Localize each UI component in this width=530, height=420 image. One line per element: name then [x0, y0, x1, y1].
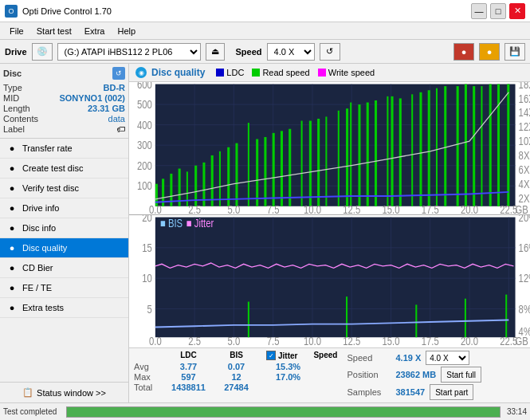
stats-table: LDC BIS ✓ Jitter Speed Avg 3.77	[134, 351, 337, 392]
menu-file[interactable]: File	[3, 25, 30, 37]
svg-rect-49	[444, 86, 446, 206]
svg-text:5.0: 5.0	[228, 202, 241, 214]
sidebar-item-label-verify-test-disc: Verify test disc	[22, 183, 79, 193]
position-row: Position 23862 MB Start full	[347, 367, 481, 383]
start-part-button[interactable]: Start part	[430, 384, 473, 400]
position-label: Position	[347, 370, 391, 379]
sidebar-item-disc-quality[interactable]: ●Disc quality	[0, 238, 128, 258]
sidebar-item-label-fe-te: FE / TE	[22, 283, 52, 292]
svg-rect-22	[211, 155, 214, 206]
svg-text:5.0: 5.0	[228, 335, 241, 347]
status-window-label: Status window >>	[37, 388, 106, 398]
svg-text:0.0: 0.0	[149, 335, 162, 347]
sidebar-item-create-test-disc[interactable]: ●Create test disc	[0, 159, 128, 179]
svg-rect-54	[489, 84, 492, 206]
content-area: ◉ Disc quality LDC Read speed Write spee…	[129, 64, 530, 402]
drive-select[interactable]: (G:) ATAPI iHBS112 2 PL06	[57, 43, 201, 61]
legend-ldc-label: LDC	[226, 68, 244, 77]
svg-text:GB: GB	[516, 335, 528, 347]
svg-rect-27	[256, 139, 258, 206]
create-test-disc-icon: ●	[6, 163, 18, 174]
menu-start-test[interactable]: Start test	[30, 25, 78, 37]
svg-text:6X: 6X	[519, 163, 530, 177]
sidebar-item-drive-info[interactable]: ●Drive info	[0, 198, 128, 218]
total-bis: 27484	[214, 383, 258, 392]
total-row: Total 1438811 27484	[134, 383, 337, 392]
disc-label-row: Label 🏷	[3, 124, 125, 134]
svg-rect-26	[248, 123, 249, 206]
legend-write-label: Write speed	[328, 68, 375, 77]
svg-text:12X: 12X	[519, 120, 530, 134]
cd-bier-icon: ●	[6, 262, 18, 273]
sidebar-item-fe-te[interactable]: ●FE / TE	[0, 278, 128, 298]
svg-rect-37	[346, 108, 348, 206]
menu-help[interactable]: Help	[111, 25, 142, 37]
sidebar-item-extra-tests[interactable]: ●Extra tests	[0, 298, 128, 318]
nav-items-container: ●Transfer rate●Create test disc●Verify t…	[0, 139, 128, 318]
start-full-button[interactable]: Start full	[441, 367, 481, 383]
svg-rect-30	[281, 131, 283, 206]
speed-select[interactable]: 4.0 X	[267, 43, 315, 61]
svg-rect-99	[346, 296, 347, 337]
svg-text:2.5: 2.5	[188, 202, 201, 214]
sidebar-item-transfer-rate[interactable]: ●Transfer rate	[0, 139, 128, 159]
sidebar-item-label-transfer-rate: Transfer rate	[22, 143, 73, 153]
legend-write-box	[318, 69, 326, 77]
status-window-button[interactable]: 📋 Status window >>	[0, 382, 128, 402]
maximize-button[interactable]: □	[490, 3, 506, 19]
svg-rect-23	[219, 151, 221, 206]
svg-rect-39	[358, 104, 360, 206]
disc-label-key: Label	[3, 124, 25, 134]
main-layout: Disc ↺ Type BD-R MID SONYNO1 (002) Lengt…	[0, 64, 530, 402]
disc-quality-header: ◉ Disc quality LDC Read speed Write spee…	[129, 64, 530, 82]
samples-label: Samples	[347, 387, 391, 397]
disc-contents-row: Contents data	[3, 114, 125, 124]
disc-contents-val: data	[108, 114, 125, 124]
drive-icon: 💿	[32, 43, 53, 61]
avg-jitter: 15.3%	[258, 362, 318, 371]
refresh-icon[interactable]: ↺	[320, 43, 340, 61]
svg-text:12%: 12%	[519, 272, 530, 285]
title-bar-controls[interactable]: — □ ✕	[471, 3, 525, 19]
svg-rect-46	[419, 92, 422, 206]
avg-ldc: 3.77	[163, 362, 214, 371]
speed-stat-select[interactable]: 4.0 X	[426, 351, 469, 365]
sidebar-item-disc-info[interactable]: ●Disc info	[0, 218, 128, 238]
sidebar-item-label-drive-info: Drive info	[22, 203, 59, 213]
svg-text:200: 200	[137, 159, 152, 173]
jitter-checkbox[interactable]: ✓	[266, 351, 276, 360]
fe-te-icon: ●	[6, 282, 18, 293]
svg-rect-36	[338, 111, 340, 206]
minimize-button[interactable]: —	[471, 3, 487, 19]
disc-quality-title: Disc quality	[151, 67, 205, 78]
disc-refresh-button[interactable]: ↺	[112, 67, 125, 80]
icon-btn-1[interactable]: ●	[453, 43, 474, 61]
menu-extra[interactable]: Extra	[78, 25, 112, 37]
svg-rect-45	[411, 94, 413, 206]
close-button[interactable]: ✕	[509, 3, 525, 19]
bis-col-header: BIS	[214, 351, 258, 360]
svg-text:■ BIS: ■ BIS	[160, 217, 183, 230]
svg-rect-29	[273, 133, 275, 206]
svg-rect-25	[235, 143, 238, 206]
svg-text:15.0: 15.0	[383, 335, 400, 347]
svg-rect-35	[325, 116, 327, 206]
svg-rect-56	[507, 84, 509, 206]
sidebar-item-cd-bier[interactable]: ●CD Bier	[0, 258, 128, 278]
svg-rect-43	[391, 96, 393, 206]
svg-text:17.5: 17.5	[422, 202, 439, 214]
speed-label: Speed	[236, 47, 262, 57]
disc-label-icon: 🏷	[116, 124, 125, 134]
disc-info-panel: Disc ↺ Type BD-R MID SONYNO1 (002) Lengt…	[0, 64, 128, 139]
save-button[interactable]: 💾	[504, 43, 525, 61]
sidebar-item-label-cd-bier: CD Bier	[22, 263, 53, 273]
svg-text:7.5: 7.5	[267, 202, 280, 214]
eject-button[interactable]: ⏏	[206, 43, 225, 61]
svg-rect-98	[248, 302, 249, 338]
speed-stat-label: Speed	[347, 353, 391, 363]
icon-btn-2[interactable]: ●	[479, 43, 500, 61]
svg-text:■ Jitter: ■ Jitter	[186, 217, 214, 230]
sidebar-item-verify-test-disc[interactable]: ●Verify test disc	[0, 179, 128, 198]
title-bar: O Opti Drive Control 1.70 — □ ✕	[0, 0, 530, 22]
jitter-check[interactable]: ✓ Jitter	[266, 351, 297, 360]
